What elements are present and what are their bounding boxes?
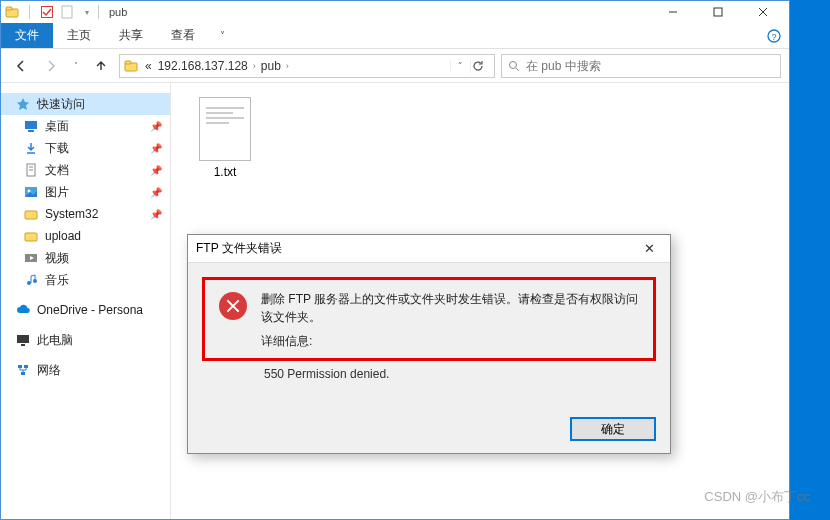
qat-dropdown-icon[interactable]: ▾: [80, 5, 94, 19]
sidebar-item-downloads[interactable]: 下载📌: [1, 137, 170, 159]
window-controls: [650, 1, 785, 23]
tab-share[interactable]: 共享: [105, 23, 157, 48]
watermark: CSDN @小布丁cc: [704, 488, 810, 506]
sidebar-item-label: upload: [45, 229, 81, 243]
breadcrumb-folder[interactable]: pub: [258, 59, 284, 73]
search-input[interactable]: [524, 58, 774, 74]
sidebar-item-label: OneDrive - Persona: [37, 303, 143, 317]
dialog-detail: 550 Permission denied.: [264, 367, 656, 381]
sidebar-item-upload[interactable]: upload: [1, 225, 170, 247]
quick-access-toolbar: ▾: [5, 5, 94, 19]
folder-icon: [5, 5, 19, 19]
dialog-detail-label: 详细信息:: [261, 332, 643, 350]
file-name: 1.txt: [185, 165, 265, 179]
svg-rect-11: [125, 61, 131, 64]
dialog-titlebar[interactable]: FTP 文件夹错误 ✕: [188, 235, 670, 263]
sidebar-item-quick-access[interactable]: 快速访问: [1, 93, 170, 115]
help-icon[interactable]: ?: [759, 23, 789, 48]
nav-sidebar: 快速访问 桌面📌 下载📌 文档📌 图片📌 System32📌 upload 视频…: [1, 83, 171, 519]
svg-rect-24: [25, 233, 37, 241]
error-icon: [219, 292, 247, 320]
ribbon-expand-icon[interactable]: ˅: [209, 23, 235, 48]
ok-button[interactable]: 确定: [570, 417, 656, 441]
nav-recent-dropdown[interactable]: ˅: [69, 54, 83, 78]
svg-point-28: [33, 279, 37, 283]
pin-icon: 📌: [150, 187, 162, 198]
maximize-button[interactable]: [695, 1, 740, 23]
svg-point-12: [510, 61, 517, 68]
document-icon: [23, 162, 39, 178]
svg-rect-23: [25, 211, 37, 219]
titlebar[interactable]: ▾ pub: [1, 1, 789, 23]
tab-view[interactable]: 查看: [157, 23, 209, 48]
refresh-icon[interactable]: [470, 59, 494, 73]
svg-rect-1: [6, 7, 12, 10]
svg-rect-32: [24, 365, 28, 368]
video-icon: [23, 250, 39, 266]
svg-rect-29: [17, 335, 29, 343]
svg-rect-3: [62, 6, 72, 18]
svg-marker-14: [17, 98, 29, 110]
dialog-message: 删除 FTP 服务器上的文件或文件夹时发生错误。请检查是否有权限访问该文件夹。: [261, 290, 643, 326]
search-icon: [508, 60, 520, 72]
sidebar-item-label: 网络: [37, 362, 61, 379]
sidebar-item-label: 图片: [45, 184, 69, 201]
address-dropdown-icon[interactable]: ˅: [450, 61, 470, 71]
tab-home[interactable]: 主页: [53, 23, 105, 48]
breadcrumb-prefix[interactable]: «: [142, 59, 155, 73]
svg-rect-33: [21, 372, 25, 375]
pin-icon: 📌: [150, 121, 162, 132]
sidebar-item-label: 桌面: [45, 118, 69, 135]
sidebar-item-network[interactable]: 网络: [1, 359, 170, 381]
svg-rect-31: [18, 365, 22, 368]
dialog-body: 删除 FTP 服务器上的文件或文件夹时发生错误。请检查是否有权限访问该文件夹。 …: [188, 263, 670, 389]
svg-text:?: ?: [771, 31, 776, 41]
sidebar-item-pictures[interactable]: 图片📌: [1, 181, 170, 203]
folder-icon: [23, 206, 39, 222]
desktop-icon: [23, 118, 39, 134]
dialog-close-button[interactable]: ✕: [636, 241, 662, 256]
sidebar-item-this-pc[interactable]: 此电脑: [1, 329, 170, 351]
checkbox-icon[interactable]: [40, 5, 54, 19]
sidebar-item-label: 下载: [45, 140, 69, 157]
sidebar-item-system32[interactable]: System32📌: [1, 203, 170, 225]
network-icon: [15, 362, 31, 378]
sidebar-item-label: System32: [45, 207, 98, 221]
sidebar-item-desktop[interactable]: 桌面📌: [1, 115, 170, 137]
svg-point-27: [27, 281, 31, 285]
search-box[interactable]: [501, 54, 781, 78]
star-icon: [15, 96, 31, 112]
svg-rect-15: [25, 121, 37, 129]
window-title: pub: [109, 6, 127, 18]
sidebar-item-videos[interactable]: 视频: [1, 247, 170, 269]
monitor-icon: [15, 332, 31, 348]
address-row: ˅ « 192.168.137.128 › pub › ˅: [1, 49, 789, 83]
pin-icon: 📌: [150, 143, 162, 154]
sidebar-item-label: 此电脑: [37, 332, 73, 349]
minimize-button[interactable]: [650, 1, 695, 23]
blank-page-icon[interactable]: [60, 5, 74, 19]
tab-file[interactable]: 文件: [1, 23, 53, 48]
sidebar-item-onedrive[interactable]: OneDrive - Persona: [1, 299, 170, 321]
nav-up-button[interactable]: [89, 54, 113, 78]
address-folder-icon: [120, 59, 142, 73]
sidebar-item-music[interactable]: 音乐: [1, 269, 170, 291]
svg-rect-30: [21, 344, 25, 346]
ribbon-tabs: 文件 主页 共享 查看 ˅ ?: [1, 23, 789, 49]
pictures-icon: [23, 184, 39, 200]
close-button[interactable]: [740, 1, 785, 23]
sidebar-item-label: 文档: [45, 162, 69, 179]
breadcrumb-host[interactable]: 192.168.137.128: [155, 59, 251, 73]
nav-back-button[interactable]: [9, 54, 33, 78]
nav-forward-button[interactable]: [39, 54, 63, 78]
error-dialog: FTP 文件夹错误 ✕ 删除 FTP 服务器上的文件或文件夹时发生错误。请检查是…: [187, 234, 671, 454]
sidebar-item-documents[interactable]: 文档📌: [1, 159, 170, 181]
dialog-buttons: 确定: [570, 417, 656, 441]
pin-icon: 📌: [150, 165, 162, 176]
address-bar[interactable]: « 192.168.137.128 › pub › ˅: [119, 54, 495, 78]
chevron-right-icon[interactable]: ›: [284, 61, 291, 71]
dialog-title: FTP 文件夹错误: [196, 240, 282, 257]
chevron-right-icon[interactable]: ›: [251, 61, 258, 71]
svg-line-13: [516, 68, 519, 71]
sidebar-item-label: 音乐: [45, 272, 69, 289]
